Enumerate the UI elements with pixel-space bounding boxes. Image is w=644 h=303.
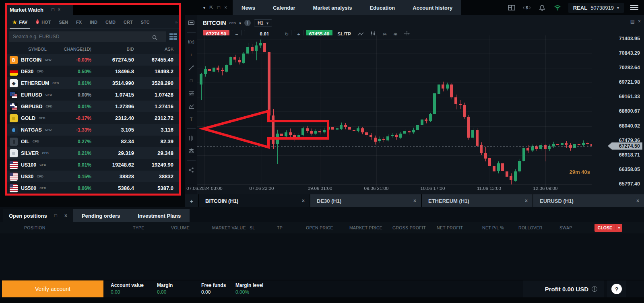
market-tab-hot[interactable]: HOT <box>31 15 55 29</box>
instrument-row-de30[interactable]: DE30CFD0.50%18496.818498.2 <box>6 66 180 77</box>
rectangle-icon[interactable]: □ <box>188 77 195 84</box>
time-axis[interactable]: 07.06.2024 03:0007.06 23:0009.06 01:0009… <box>197 186 592 193</box>
nav-tab-education[interactable]: Education <box>361 0 404 15</box>
chart-tab-ethereum-h1[interactable]: ETHEREUM (H1)× <box>422 194 533 207</box>
candlestick-chart[interactable] <box>197 35 592 188</box>
bid-value[interactable]: 19248.62 <box>95 162 137 168</box>
verify-account-button[interactable]: Verify account <box>2 280 103 297</box>
bid-value[interactable]: 5386.4 <box>95 185 137 191</box>
nav-tab-market-analysis[interactable]: Market analysis <box>304 0 361 15</box>
chevron-down-icon[interactable]: ▾ <box>239 21 241 25</box>
hamburger-menu-icon[interactable] <box>630 5 638 10</box>
caret-down-icon[interactable]: ▾ <box>203 6 205 10</box>
bid-value[interactable]: 82.34 <box>95 138 137 144</box>
text-icon[interactable]: T <box>188 115 195 123</box>
ask-value[interactable]: 29.348 <box>137 150 177 156</box>
market-tab-crt[interactable]: CRT <box>120 15 137 29</box>
instrument-row-eurusd[interactable]: EURUSDCFD0.00%1.074151.07428 <box>6 89 180 101</box>
close-icon[interactable]: × <box>64 213 67 218</box>
instrument-row-us30[interactable]: US30CFD0.15%3882838832 <box>6 171 180 182</box>
share-icon[interactable] <box>188 166 195 173</box>
tab-pending-orders[interactable]: Pending orders <box>73 209 129 222</box>
maximize-icon[interactable]: □ <box>54 213 57 218</box>
market-tab-cmd[interactable]: CMD <box>101 15 120 29</box>
layout-icon[interactable] <box>507 3 516 12</box>
bid-value[interactable]: 38828 <box>95 173 137 179</box>
info-icon[interactable]: i <box>592 286 597 292</box>
nav-tab-news[interactable]: News <box>233 0 264 15</box>
market-tab-ind[interactable]: IND <box>86 15 101 29</box>
add-chart-button[interactable]: + <box>185 194 198 207</box>
ask-value[interactable]: 2312.72 <box>137 115 177 121</box>
popout-icon[interactable]: ⇱ <box>209 5 213 10</box>
crosshair-icon[interactable]: + <box>188 51 195 58</box>
market-tab-fx[interactable]: FX <box>72 15 86 29</box>
chart-display-icon[interactable] <box>188 19 195 27</box>
nav-tab-account-history[interactable]: Account history <box>404 0 461 15</box>
chart-tab-de30-h1[interactable]: DE30 (H1)× <box>310 194 421 207</box>
trendline-icon[interactable] <box>188 64 195 71</box>
close-icon[interactable]: × <box>636 198 639 204</box>
collapse-icon[interactable]: ▤ <box>630 19 635 24</box>
chart-tab-eurusd-h1[interactable]: EURUSD (H1)× <box>533 194 644 207</box>
market-tab-stc[interactable]: STC <box>137 15 154 29</box>
close-all-button[interactable]: CLOSE ▾ <box>594 224 622 232</box>
maximize-icon[interactable]: □ <box>52 7 54 12</box>
volume-profile-icon[interactable] <box>188 134 195 142</box>
chevrons-right-icon[interactable]: » <box>175 20 178 25</box>
pattern-icon[interactable] <box>188 103 195 110</box>
search-input[interactable] <box>9 31 166 42</box>
layers-icon[interactable] <box>188 147 195 155</box>
interval-selector[interactable]: H1 ▾ <box>254 19 272 27</box>
market-tab-sen[interactable]: SEN <box>55 15 72 29</box>
chart-symbol[interactable]: BITCOIN <box>203 20 226 26</box>
ask-value[interactable]: 18498.2 <box>137 68 177 74</box>
instrument-row-gbpusd[interactable]: GBPUSDCFD0.01%1.273961.27416 <box>6 101 180 112</box>
close-icon[interactable]: × <box>413 198 416 204</box>
bid-value[interactable]: 67274.50 <box>95 57 137 63</box>
wifi-icon[interactable] <box>553 3 562 12</box>
bid-value[interactable]: 29.319 <box>95 150 137 156</box>
instrument-row-oil[interactable]: OILCFD0.27%82.3482.39 <box>6 136 180 147</box>
close-icon[interactable]: × <box>525 198 528 204</box>
close-icon[interactable]: × <box>638 19 641 24</box>
tab-investment-plans[interactable]: Investment Plans <box>129 209 190 222</box>
price-axis[interactable]: 71403.9570843.2970282.6469721.9869161.33… <box>592 35 644 188</box>
instrument-row-bitcoin[interactable]: BBITCOINCFD-0.03%67274.5067455.40 <box>6 54 180 66</box>
info-icon[interactable]: i <box>244 20 251 26</box>
fibonacci-icon[interactable] <box>188 90 195 97</box>
instrument-row-natgas[interactable]: NATGASCFD-1.33%3.1053.116 <box>6 124 180 136</box>
help-button[interactable]: ? <box>611 284 622 294</box>
bid-value[interactable]: 18496.8 <box>95 68 137 74</box>
tab-open-positions[interactable]: Open positions □ × <box>3 209 73 222</box>
instrument-row-gold[interactable]: GOLDCFD-0.17%2312.402312.72 <box>6 112 180 124</box>
close-icon[interactable]: × <box>302 198 305 204</box>
bid-value[interactable]: 1.07415 <box>95 92 137 98</box>
ask-value[interactable]: 19249.90 <box>137 162 177 168</box>
instrument-row-us500[interactable]: US500CFD0.06%5386.45387.0 <box>6 182 180 194</box>
ask-value[interactable]: 5387.0 <box>137 185 177 191</box>
bid-value[interactable]: 2312.40 <box>95 115 137 121</box>
ask-value[interactable]: 3.116 <box>137 127 177 133</box>
indicators-fx-icon[interactable]: f(x) <box>188 38 195 45</box>
ask-value[interactable]: 1.27416 <box>137 103 177 109</box>
grid-view-icon[interactable] <box>169 33 177 40</box>
ask-value[interactable]: 67455.40 <box>137 57 177 63</box>
bid-value[interactable]: 1.27396 <box>95 103 137 109</box>
maximize-icon[interactable]: □ <box>217 5 220 10</box>
instrument-row-silver[interactable]: SILVERCFD0.21%29.31929.348 <box>6 147 180 159</box>
sound-dollar-icon[interactable]: $ <box>522 3 531 12</box>
ask-value[interactable]: 3528.290 <box>137 80 177 86</box>
bid-value[interactable]: 3.105 <box>95 127 137 133</box>
market-watch-titlebar[interactable]: Market Watch □ × <box>6 4 73 15</box>
instrument-row-us100[interactable]: US100CFD0.01%19248.6219249.90 <box>6 159 180 171</box>
nav-tab-calendar[interactable]: Calendar <box>264 0 304 15</box>
close-icon[interactable]: × <box>224 5 227 10</box>
ask-value[interactable]: 82.39 <box>137 138 177 144</box>
ask-value[interactable]: 1.07428 <box>137 92 177 98</box>
market-tab-fav[interactable]: ★FAV <box>8 15 31 29</box>
bell-icon[interactable] <box>538 3 547 12</box>
account-selector[interactable]: REAL 50738919 ▾ <box>568 3 624 13</box>
search-icon[interactable] <box>152 35 157 42</box>
ask-value[interactable]: 38832 <box>137 173 177 179</box>
